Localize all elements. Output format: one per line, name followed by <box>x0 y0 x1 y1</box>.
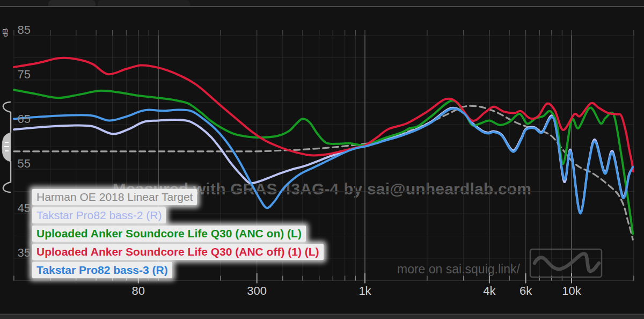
squig-link-url: more on sai.squig.link/ <box>397 262 520 277</box>
legend-item[interactable]: Takstar Pro82 bass-3 (R) <box>32 262 172 278</box>
bottom-chrome-bar <box>0 314 644 319</box>
legend-item[interactable]: Uploaded Anker Soundcore Life Q30 (ANC o… <box>32 226 306 242</box>
y-axis-label: 45 <box>10 202 31 215</box>
x-axis-label: 10k <box>550 284 593 298</box>
legend: Harman OE 2018 Linear TargetTakstar Pro8… <box>32 189 324 280</box>
y-axis-unit-label: dB <box>1 28 9 37</box>
squig-logo-squiggle <box>535 253 599 271</box>
x-axis-label: 300 <box>236 284 279 298</box>
y-axis-label: 75 <box>10 68 31 81</box>
legend-item[interactable]: Takstar Pro82 bass-2 (R) <box>32 207 166 223</box>
squig-logo <box>528 247 604 279</box>
fr-curve <box>14 58 633 171</box>
y-axis-label: 85 <box>10 24 31 37</box>
fr-graph-tool: Measured with GRAS 43AG-4 by sai@unheard… <box>0 0 644 319</box>
squig-logo-frame <box>530 249 602 277</box>
x-axis-label: 6k <box>504 284 547 298</box>
y-axis-label: 35 <box>10 247 31 259</box>
legend-item[interactable]: Uploaded Anker Soundcore Life Q30 (ANC o… <box>32 244 324 260</box>
legend-item[interactable]: Harman OE 2018 Linear Target <box>32 189 197 205</box>
side-panel-drag-handle[interactable] <box>0 100 15 197</box>
x-axis-label: 1k <box>343 284 386 298</box>
x-axis-label: 80 <box>117 284 160 298</box>
